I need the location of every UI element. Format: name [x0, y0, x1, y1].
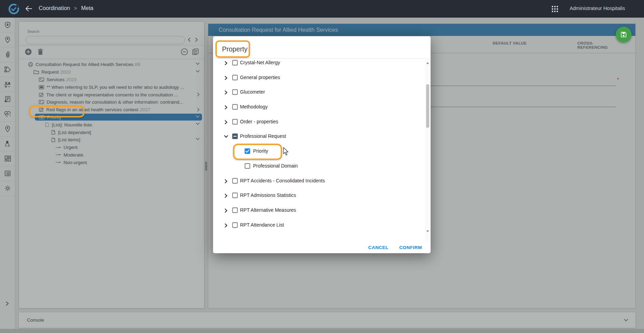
breadcrumb-separator: > — [74, 6, 77, 11]
chevron-right-icon[interactable] — [224, 61, 228, 65]
property-item[interactable]: RPT Accidents - Consolidated Incidents — [213, 177, 420, 185]
checkbox-unchecked[interactable] — [232, 75, 238, 80]
checkbox-indeterminate[interactable] — [232, 133, 238, 139]
chevron-right-icon[interactable] — [224, 105, 228, 110]
property-item[interactable]: Crystal-Net Allergy — [213, 58, 420, 67]
cancel-button[interactable]: CANCEL — [368, 243, 388, 252]
property-item[interactable]: RPT Attendance List — [213, 221, 420, 230]
property-item-label[interactable]: Professional Domain — [253, 163, 298, 169]
chevron-right-icon[interactable] — [224, 76, 228, 80]
mouse-cursor — [282, 147, 291, 156]
property-item-label[interactable]: RPT Admissions Statistics — [240, 192, 296, 198]
scrollbar-thumb[interactable] — [426, 84, 429, 128]
top-bar: Coordination > Meta Administrateur Hospi… — [0, 0, 644, 18]
property-item[interactable]: Glucometer — [213, 88, 420, 97]
property-item-professional-domain[interactable]: Professional Domain — [213, 162, 420, 171]
scroll-up-icon[interactable] — [426, 62, 429, 64]
property-item-label[interactable]: General properties — [240, 75, 280, 80]
checkbox-unchecked[interactable] — [232, 60, 238, 66]
confirm-button[interactable]: CONFIRM — [399, 243, 422, 252]
app-screen: Coordination > Meta Administrateur Hospi… — [0, 0, 644, 333]
property-item-label[interactable]: Priority — [253, 148, 268, 154]
dialog-title: Property — [222, 45, 248, 53]
property-item-professional-request[interactable]: Professional Request — [213, 132, 420, 141]
breadcrumb-coordination[interactable]: Coordination — [39, 5, 70, 11]
chevron-right-icon[interactable] — [224, 179, 228, 183]
property-item-label[interactable]: Professional Request — [240, 133, 286, 139]
modal-scrollbar[interactable] — [425, 59, 430, 242]
checkbox-unchecked[interactable] — [232, 89, 238, 95]
property-item[interactable]: RPT Alternative Measures — [213, 206, 420, 215]
property-item-priority[interactable]: Priority — [213, 147, 420, 156]
property-item-label[interactable]: RPT Attendance List — [240, 222, 284, 228]
scroll-down-icon[interactable] — [426, 230, 429, 232]
chevron-right-icon[interactable] — [224, 90, 228, 95]
checkbox-unchecked[interactable] — [232, 222, 238, 228]
chevron-right-icon[interactable] — [224, 223, 228, 228]
property-dialog: Property Crystal-Net Allergy General pro… — [213, 36, 431, 253]
save-button[interactable] — [616, 27, 632, 42]
back-arrow-icon[interactable] — [25, 5, 32, 12]
property-item-label[interactable]: Order - properties — [240, 119, 278, 124]
property-item-label[interactable]: Glucometer — [240, 89, 265, 95]
property-item[interactable]: Order - properties — [213, 117, 420, 126]
breadcrumb-meta[interactable]: Meta — [81, 5, 94, 11]
checkbox-unchecked[interactable] — [244, 163, 250, 169]
app-logo-icon — [8, 3, 19, 15]
chevron-down-icon[interactable] — [224, 134, 228, 139]
checkbox-checked[interactable] — [244, 148, 250, 154]
checkbox-unchecked[interactable] — [232, 119, 238, 125]
property-item-label[interactable]: Crystal-Net Allergy — [240, 60, 280, 65]
user-name[interactable]: Administrateur Hospitalis — [570, 6, 625, 11]
breadcrumb: Coordination > Meta — [39, 5, 94, 11]
checkbox-unchecked[interactable] — [232, 104, 238, 110]
property-item-label[interactable]: RPT Accidents - Consolidated Incidents — [240, 178, 325, 183]
property-item-label[interactable]: Methodology — [240, 104, 268, 110]
checkbox-unchecked[interactable] — [232, 178, 238, 184]
chevron-right-icon[interactable] — [224, 120, 228, 124]
checkbox-unchecked[interactable] — [232, 207, 238, 213]
property-item-label[interactable]: RPT Alternative Measures — [240, 207, 296, 213]
property-item[interactable]: Methodology — [213, 103, 420, 112]
apps-grid-icon[interactable] — [552, 6, 558, 12]
floppy-disk-icon — [620, 31, 627, 38]
property-item[interactable]: RPT Admissions Statistics — [213, 191, 420, 200]
property-item[interactable]: General properties — [213, 73, 420, 82]
chevron-right-icon[interactable] — [224, 208, 228, 213]
chevron-right-icon[interactable] — [224, 193, 228, 198]
checkbox-unchecked[interactable] — [232, 192, 238, 198]
